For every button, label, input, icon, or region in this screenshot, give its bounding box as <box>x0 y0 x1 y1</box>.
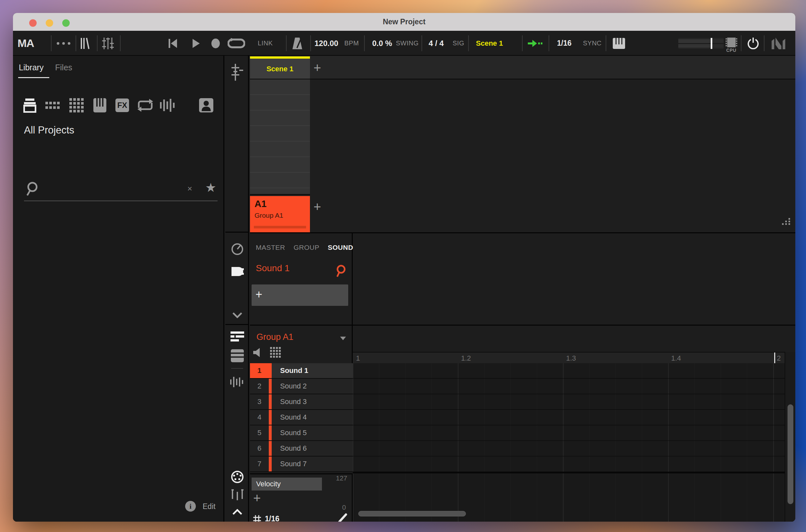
sound-row[interactable]: 4 Sound 4 <box>250 410 353 425</box>
vertical-scrollbar[interactable] <box>788 404 793 504</box>
search-input[interactable] <box>43 182 173 196</box>
volume-handle[interactable] <box>711 38 712 49</box>
search-clear-icon[interactable]: × <box>187 184 192 194</box>
sound-row[interactable]: 1 Sound 1 <box>250 363 353 379</box>
cpu-meter: CPU <box>726 38 736 53</box>
add-plugin-button[interactable]: + <box>255 290 262 299</box>
grid-step-icon[interactable] <box>253 515 261 522</box>
browser-toggle-icon[interactable] <box>80 31 90 56</box>
arranger-settings-icon[interactable] <box>225 64 249 81</box>
scene-indicator[interactable]: Scene 1 <box>476 39 503 48</box>
bpm-value[interactable]: 120.00 <box>314 39 338 48</box>
quick-browse-icon[interactable] <box>335 264 347 277</box>
edit-button[interactable]: Edit <box>203 502 216 511</box>
browser-heading: All Projects <box>24 125 74 136</box>
arrange-view-icon[interactable] <box>225 331 249 343</box>
filter-instruments-icon[interactable] <box>93 97 106 113</box>
add-scene-button[interactable]: + <box>313 63 321 73</box>
resize-grip[interactable] <box>782 218 791 225</box>
maschine-logo: MA <box>18 37 34 50</box>
speaker-icon[interactable] <box>253 348 262 357</box>
plugin-plug-icon[interactable] <box>225 264 249 279</box>
add-lane-button[interactable]: + <box>253 493 261 503</box>
metronome-icon[interactable] <box>292 31 303 56</box>
pattern-grid[interactable] <box>353 363 785 521</box>
midi-din-icon[interactable] <box>225 471 249 483</box>
pattern-group-name[interactable]: Group A1 <box>256 332 293 342</box>
tab-sound[interactable]: SOUND <box>328 244 353 251</box>
tab-master[interactable]: MASTER <box>256 244 285 251</box>
macro-knob-icon[interactable] <box>225 243 249 255</box>
filter-oneshots-icon[interactable] <box>160 97 176 113</box>
tab-group[interactable]: GROUP <box>294 244 320 251</box>
sync-value[interactable]: 1/16 <box>557 39 572 48</box>
audio-engine-power-icon[interactable] <box>748 31 759 56</box>
grid-value[interactable]: 1/16 <box>265 514 279 521</box>
ruler-tick: 1.4 <box>671 354 681 363</box>
user-content-icon[interactable] <box>199 97 213 113</box>
sound-row[interactable]: 5 Sound 5 <box>250 425 353 441</box>
pattern-section: Group A1 <box>250 325 795 521</box>
lane-min-value: 0 <box>342 504 346 511</box>
master-volume-slider[interactable] <box>678 31 723 56</box>
control-left-column: MASTER GROUP SOUND Sound 1 + <box>250 233 353 325</box>
pattern-end-marker[interactable] <box>774 353 775 363</box>
lane-divider <box>353 472 785 473</box>
group-row: A1 Group A1 + <box>250 196 795 232</box>
tab-files[interactable]: Files <box>55 63 72 72</box>
sound-row[interactable]: 6 Sound 6 <box>250 441 353 457</box>
mixer-toggle-icon[interactable] <box>102 31 114 56</box>
pencil-icon[interactable] <box>338 513 348 521</box>
record-icon[interactable] <box>211 31 220 56</box>
scene-tab[interactable]: Scene 1 <box>250 56 310 79</box>
favorites-star-icon[interactable]: ★ <box>205 180 216 195</box>
pattern-grid-rowlines <box>353 363 785 473</box>
filter-effects-icon[interactable]: FX <box>115 97 129 113</box>
group-dropdown-icon[interactable] <box>340 337 346 340</box>
chevron-up-icon[interactable] <box>225 509 249 515</box>
scene-header-row: Scene 1 + <box>250 56 795 79</box>
filter-loops-icon[interactable] <box>137 97 154 113</box>
sound-row[interactable]: 3 Sound 3 <box>250 394 353 410</box>
timeline-ruler[interactable]: 1 1.2 1.3 1.4 2 <box>353 352 785 363</box>
titlebar[interactable]: New Project <box>13 13 795 31</box>
chevron-down-icon[interactable] <box>225 312 249 318</box>
filter-projects-icon[interactable] <box>23 97 36 113</box>
keyboard-view-icon[interactable] <box>225 349 249 362</box>
link-button[interactable]: LINK <box>258 40 273 47</box>
horizontal-scrollbar[interactable] <box>358 511 466 516</box>
swing-value[interactable]: 0.0 % <box>372 39 392 48</box>
play-icon[interactable] <box>192 31 200 56</box>
sound-name-label[interactable]: Sound 1 <box>256 263 290 273</box>
info-icon[interactable]: i <box>185 501 196 512</box>
filter-sounds-icon[interactable] <box>69 97 84 113</box>
bpm-label: BPM <box>344 40 359 47</box>
follow-playhead-icon[interactable] <box>528 31 544 56</box>
velocity-lane-selector[interactable]: Velocity <box>252 478 322 491</box>
menu-ellipsis-icon[interactable] <box>57 31 70 56</box>
swing-label: SWING <box>396 40 419 47</box>
restart-icon[interactable] <box>168 31 178 56</box>
ni-logo <box>772 31 788 56</box>
tab-library[interactable]: Library <box>19 63 43 72</box>
pads-grid-icon[interactable] <box>270 347 281 358</box>
browser-panel: Library Files FX <box>13 56 224 521</box>
scene-tab-active-bar <box>250 56 310 59</box>
filter-groups-icon[interactable] <box>45 97 60 113</box>
step-mode-icon[interactable] <box>225 489 249 500</box>
keyboard-mode-icon[interactable] <box>613 31 625 56</box>
group-a1-block[interactable]: A1 Group A1 <box>250 196 310 232</box>
add-group-button[interactable]: + <box>313 202 321 212</box>
scrollbar-gutter <box>785 352 795 521</box>
lane-max-value: 127 <box>336 474 347 482</box>
sound-row[interactable]: 2 Sound 2 <box>250 379 353 394</box>
sync-label: SYNC <box>583 40 602 47</box>
sig-value[interactable]: 4 / 4 <box>428 39 444 48</box>
search-bar[interactable]: × ★ <box>24 180 218 200</box>
loop-icon[interactable] <box>227 31 245 56</box>
sampler-wave-icon[interactable] <box>225 376 249 388</box>
plugin-slot[interactable]: + <box>252 284 348 306</box>
ruler-tick: 1.3 <box>566 354 576 363</box>
sound-row[interactable]: 7 Sound 7 <box>250 457 353 472</box>
pattern-slot-column[interactable] <box>250 79 310 195</box>
